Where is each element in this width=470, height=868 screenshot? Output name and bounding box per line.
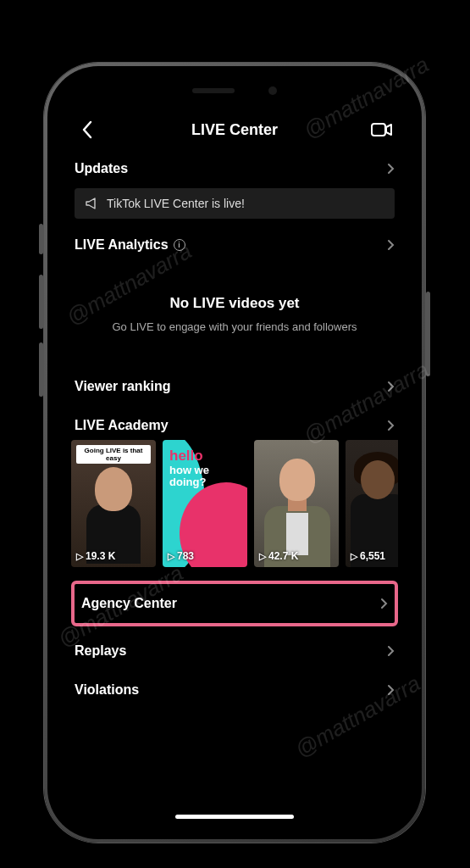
card-views: ▷19.3 K [76,550,115,562]
card-banner: Going LIVE is that easy [76,445,151,464]
play-icon: ▷ [76,551,83,562]
academy-card[interactable]: ▷6,551 [346,440,398,567]
agency-center-highlight: Agency Center [71,581,398,626]
academy-carousel[interactable]: Going LIVE is that easy ▷19.3 K hello ho… [71,440,398,576]
replays-row[interactable]: Replays [71,632,398,670]
mute-switch [39,224,43,254]
power-button [426,292,430,376]
chevron-right-icon [387,381,395,392]
camera-icon[interactable] [369,117,395,142]
notch [167,78,302,103]
live-academy-row[interactable]: LIVE Academy [71,406,398,440]
academy-card[interactable]: hello how we doing? ▷783 [163,440,247,567]
card-views: ▷6,551 [351,550,385,562]
empty-state: No LIVE videos yet Go LIVE to engage wit… [71,264,398,367]
viewer-ranking-label: Viewer ranking [75,379,171,394]
svg-rect-0 [372,124,385,136]
academy-card[interactable]: Going LIVE is that easy ▷19.3 K [71,440,156,567]
empty-title: No LIVE videos yet [80,295,390,312]
updates-row[interactable]: Updates [71,149,398,188]
volume-down-button [39,342,43,397]
viewer-ranking-row[interactable]: Viewer ranking [71,367,398,406]
analytics-row[interactable]: LIVE Analytics i [71,225,398,264]
violations-row[interactable]: Violations [71,670,398,709]
chevron-right-icon [387,163,395,175]
chevron-right-icon [387,239,395,251]
chevron-right-icon [387,420,395,431]
announcement-banner[interactable]: TikTok LIVE Center is live! [75,188,395,219]
back-button[interactable] [75,117,100,142]
screen: LIVE Center Updates TikTok LIVE Center [59,78,410,827]
live-academy-label: LIVE Academy [75,418,169,433]
violations-label: Violations [75,682,139,698]
agency-center-row[interactable]: Agency Center [75,584,395,623]
card-views: ▷42.7 K [259,550,298,562]
volume-up-button [39,275,43,329]
card-views: ▷783 [168,550,194,562]
chevron-right-icon [387,684,395,696]
card-text: hello how we doing? [169,448,209,488]
page-title: LIVE Center [191,121,278,139]
empty-subtitle: Go LIVE to engage with your friends and … [80,320,390,333]
play-icon: ▷ [259,551,266,562]
announcement-text: TikTok LIVE Center is live! [107,197,245,210]
analytics-label: LIVE Analytics i [75,237,185,253]
updates-label: Updates [75,161,128,176]
academy-card[interactable]: ▷42.7 K [254,440,339,567]
replays-label: Replays [75,643,126,659]
play-icon: ▷ [168,551,174,562]
phone-frame: LIVE Center Updates TikTok LIVE Center [44,63,425,843]
agency-center-label: Agency Center [81,596,177,611]
chevron-right-icon [380,598,388,609]
home-indicator[interactable] [175,815,294,819]
chevron-right-icon [387,645,395,657]
megaphone-icon [85,197,98,210]
play-icon: ▷ [351,551,357,562]
info-icon: i [174,239,185,251]
